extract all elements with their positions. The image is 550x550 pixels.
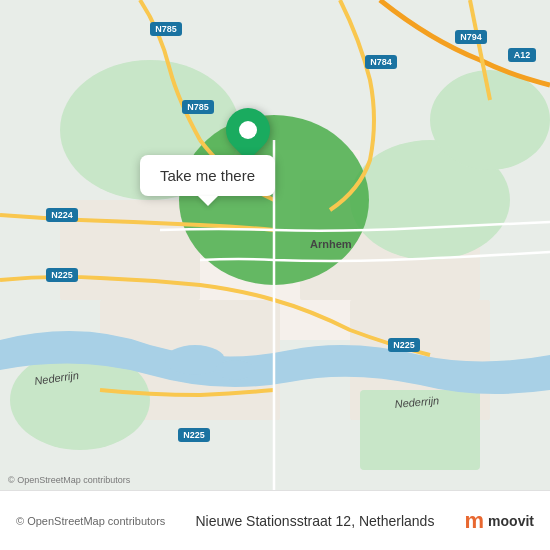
moovit-text: moovit: [488, 513, 534, 529]
copyright-text: © OpenStreetMap contributors: [8, 475, 131, 485]
road-label-n785-2: N785: [187, 102, 209, 112]
take-me-there-button[interactable]: Take me there: [140, 155, 275, 196]
moovit-logo[interactable]: m moovit: [465, 508, 534, 534]
road-label-n784: N784: [370, 57, 392, 67]
city-label: Arnhem: [310, 238, 352, 250]
address-display: Nieuwe Stationsstraat 12, Netherlands: [165, 513, 464, 529]
road-label-n785-1: N785: [155, 24, 177, 34]
road-label-n225-1: N225: [51, 270, 73, 280]
road-label-n225-3: N225: [183, 430, 205, 440]
map-container[interactable]: N785 N785 N784 N794 A12 N224 N225 N225 N…: [0, 0, 550, 490]
svg-point-14: [215, 360, 255, 380]
road-label-n224: N224: [51, 210, 73, 220]
road-label-n225-2: N225: [393, 340, 415, 350]
road-label-n794: N794: [460, 32, 482, 42]
road-label-a12: A12: [514, 50, 531, 60]
bottom-attribution: © OpenStreetMap contributors: [16, 515, 165, 527]
bottom-bar: © OpenStreetMap contributors Nieuwe Stat…: [0, 490, 550, 550]
moovit-m-icon: m: [465, 508, 485, 534]
svg-point-9: [430, 70, 550, 170]
